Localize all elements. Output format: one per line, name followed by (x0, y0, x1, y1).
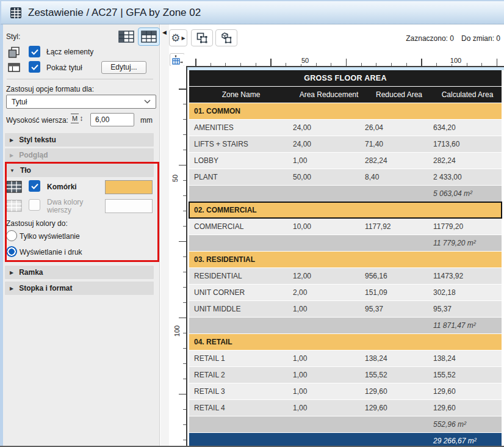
table-arrows-icon (171, 55, 183, 65)
apply-format-label: Zastosuj opcje formatu dla: (6, 85, 94, 93)
collapse-panel-icon[interactable]: ◀ (162, 29, 167, 35)
apply-colors-label: Zastosuj kolory do: (6, 219, 68, 228)
cell: 138,24 (365, 354, 433, 363)
two-colors-swatch[interactable] (105, 199, 153, 213)
format-panel: Styl: Łącz elementy (3, 24, 160, 446)
cell: 1,00 (293, 156, 365, 165)
section-row[interactable]: 04. RETAIL (189, 334, 502, 350)
cell: UNIT MIDDLE (189, 305, 293, 313)
section-row[interactable]: 01. COMMON (189, 103, 502, 119)
expand-arrow-icon: ▶ (10, 137, 13, 143)
select-elements-icon (196, 32, 208, 44)
subtotal-row[interactable]: 552,96 m² (189, 416, 502, 432)
subtotal-row[interactable]: 11 779,20 m² (189, 235, 502, 251)
cell: AMENITIES (189, 123, 293, 132)
style-compact-button[interactable] (115, 27, 137, 46)
check-icon (31, 64, 38, 70)
section-preview[interactable]: ▶ Podgląd (5, 148, 154, 162)
cell: 2 433,00 (433, 173, 502, 181)
panel-divider (7, 79, 153, 79)
display-print-label: Wyświetlanie i druk (20, 248, 82, 256)
show-title-checkbox[interactable] (29, 61, 40, 73)
section-row-selected[interactable]: 02. COMMERCIAL (189, 202, 502, 218)
toolbar: ⚙ ▶ (169, 24, 504, 51)
section-frame[interactable]: ▶ Ramka (5, 266, 154, 279)
horizontal-ruler[interactable]: 50 100 (184, 51, 504, 66)
table-row[interactable]: RETAIL 2 1,00 155,52 155,52 (189, 367, 502, 383)
selected-count: Zaznaczono: 0 (406, 34, 454, 43)
table-row[interactable]: RETAIL 4 1,00 129,60 129,60 (189, 400, 502, 416)
table-row[interactable]: RETAIL 1 1,00 138,24 138,24 (189, 351, 502, 366)
ruler-label: 50 (171, 173, 179, 183)
link-elements-checkbox[interactable] (29, 46, 40, 57)
cell: 151,09 (365, 288, 433, 297)
section-text-style-label: Styl tekstu (19, 136, 56, 144)
display-only-label: Tylko wyświetlanie (20, 232, 80, 241)
cell-color-swatch[interactable] (105, 180, 153, 194)
merge-elements-icon (8, 46, 20, 59)
select-elements-button[interactable] (191, 29, 213, 46)
ruler-label: 50 (300, 57, 311, 64)
schedule-table-icon (10, 7, 22, 19)
table-header-row[interactable]: Zone Name Area Reducement Reduced Area C… (189, 87, 502, 103)
cell: 50,00 (293, 173, 365, 181)
section-label: 04. RETAIL (189, 338, 502, 346)
cell: 1,00 (293, 354, 365, 363)
table-row[interactable]: PLANT 50,00 8,40 2 433,00 (189, 169, 502, 185)
cells-checkbox[interactable] (29, 180, 40, 192)
style-label: Styl: (6, 32, 20, 41)
two-colors-checkbox[interactable] (29, 199, 40, 211)
cell: 302,18 (433, 288, 502, 297)
row-height-label: Wysokość wiersza: (6, 116, 68, 125)
cells-grid-icon (6, 181, 22, 193)
subtotal-value: 5 063,04 m² (433, 189, 502, 198)
show-title-label: Pokaż tytuł (46, 64, 82, 72)
format-target-dropdown[interactable]: Tytuł (6, 95, 156, 109)
cell: LIFTS + STAIRS (189, 140, 293, 148)
row-height-value: 6,00 (95, 115, 109, 124)
cell: 24,00 (293, 123, 365, 132)
col-header: Zone Name (189, 90, 293, 99)
table-title-row[interactable]: GROSS FLOOR AREA (189, 70, 502, 86)
subtotal-value: 11 871,47 m² (433, 321, 502, 330)
vertical-ruler[interactable]: 50 100 (169, 66, 186, 446)
cell: 282,24 (365, 156, 433, 165)
table-row[interactable]: COMMERCIAL 10,00 1177,92 11779,20 (189, 219, 502, 234)
two-colors-line2: wierszy (47, 206, 71, 214)
section-background[interactable]: ▼ Tło (5, 164, 154, 177)
table-row[interactable]: RESIDENTIAL 12,00 956,16 11473,92 (189, 268, 502, 284)
cell: RETAIL 2 (189, 371, 293, 379)
style-header-button[interactable] (138, 27, 160, 46)
subtotal-row[interactable]: 5 063,04 m² (189, 186, 502, 202)
table-row[interactable]: AMENITIES 24,00 26,04 634,20 (189, 120, 502, 136)
expand-arrow-icon: ▶ (10, 270, 13, 275)
grand-total-row[interactable]: 29 266,67 m² (189, 433, 502, 446)
display-only-radio[interactable] (6, 230, 17, 241)
ruler-origin-button[interactable] (170, 53, 185, 67)
table-row[interactable]: UNIT CORNER 2,00 151,09 302,18 (189, 285, 502, 300)
table-row[interactable]: LOBBY 1,00 282,24 282,24 (189, 153, 502, 169)
section-row[interactable]: 03. RESIDENTIAL (189, 252, 502, 267)
cell: 11473,92 (433, 272, 502, 280)
edit-title-button[interactable]: Edytuj... (101, 61, 146, 74)
section-footer[interactable]: ▶ Stopka i format (5, 282, 154, 295)
section-text-style[interactable]: ▶ Styl tekstu (5, 133, 154, 147)
table-row[interactable]: RETAIL 3 1,00 129,60 129,60 (189, 383, 502, 399)
table-row[interactable]: UNIT MIDDLE 1,00 95,37 95,37 (189, 301, 502, 317)
display-print-radio[interactable] (6, 246, 17, 257)
row-height-input[interactable]: 6,00 (90, 113, 134, 126)
ruler-label: 100 (173, 324, 181, 338)
subtotal-value: 552,96 m² (433, 420, 502, 429)
format-target-value: Tytuł (12, 98, 27, 106)
caret-right-icon: ▶ (182, 35, 185, 41)
scheme-settings-button[interactable]: ⚙ ▶ (169, 29, 187, 46)
select-in-3d-button[interactable] (215, 29, 237, 46)
col-header: Reduced Area (365, 90, 433, 99)
subtotal-row[interactable]: 11 871,47 m² (189, 318, 502, 333)
title-bar[interactable]: Zestawienie / AC27 | GFA by Zone 02 (0, 0, 504, 24)
grand-total-value: 29 266,67 m² (433, 437, 502, 445)
two-colors-grid-icon (6, 200, 22, 212)
panel-splitter[interactable]: ◀ (160, 24, 169, 446)
cell: 1,00 (293, 404, 365, 412)
table-row[interactable]: LIFTS + STAIRS 24,00 71,40 1713,60 (189, 136, 502, 152)
